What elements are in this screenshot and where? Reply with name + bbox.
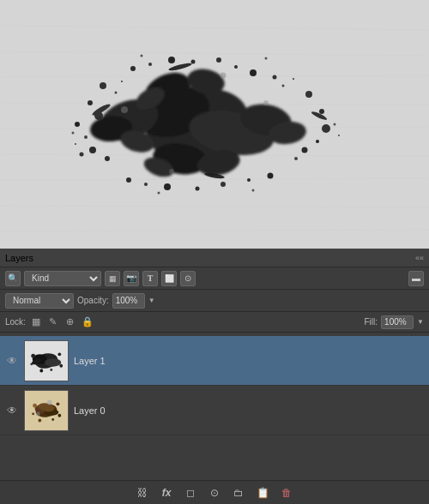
svg-point-68	[169, 169, 174, 174]
svg-point-92	[57, 413, 61, 417]
layer-0-thumbnail	[24, 390, 69, 431]
add-mask-btn[interactable]: ◻	[182, 484, 199, 501]
svg-point-39	[148, 63, 152, 66]
svg-point-35	[316, 140, 319, 143]
layers-list: 👁 Layer 1	[0, 333, 429, 439]
lock-label: Lock:	[5, 317, 26, 327]
visibility-toggle-layer0[interactable]: 👁	[5, 404, 19, 417]
svg-point-25	[88, 100, 93, 105]
fill-label: Fill:	[365, 317, 378, 327]
layer-item-1[interactable]: 👁 Layer 1	[0, 336, 429, 386]
svg-point-44	[250, 69, 257, 76]
checkerboard-icon[interactable]: ▦	[105, 271, 120, 286]
svg-point-55	[282, 85, 285, 87]
panel-collapse-btn[interactable]: ««	[415, 254, 424, 262]
svg-point-48	[164, 183, 171, 190]
svg-point-56	[293, 78, 294, 80]
adjustment-icon[interactable]: ⊙	[180, 271, 196, 286]
svg-point-60	[338, 135, 340, 136]
lock-image-btn[interactable]: ✎	[46, 315, 60, 329]
svg-point-29	[89, 147, 96, 153]
svg-point-67	[221, 73, 227, 79]
svg-point-77	[31, 353, 35, 357]
svg-point-66	[263, 100, 269, 105]
svg-point-80	[59, 363, 63, 367]
layer-0-name: Layer 0	[74, 405, 424, 416]
svg-point-52	[268, 173, 274, 179]
svg-point-57	[72, 132, 75, 135]
svg-point-36	[302, 147, 308, 153]
svg-point-53	[115, 92, 118, 94]
new-layer-btn[interactable]: 📋	[254, 484, 271, 501]
svg-point-31	[105, 156, 110, 161]
fill-input[interactable]	[381, 315, 414, 329]
svg-point-81	[39, 369, 43, 372]
shape-icon[interactable]: ⬜	[161, 271, 177, 286]
svg-point-46	[126, 177, 131, 183]
svg-point-95	[47, 399, 52, 405]
svg-point-62	[265, 57, 268, 60]
svg-point-94	[51, 418, 54, 421]
svg-point-76	[45, 358, 61, 367]
svg-point-50	[221, 182, 226, 187]
lock-row: Lock: ▦ ✎ ⊕ 🔒 Fill: ▼	[0, 312, 429, 333]
svg-point-82	[50, 369, 52, 371]
lock-transparency-btn[interactable]: ▦	[29, 315, 43, 329]
blend-mode-select[interactable]: Normal Dissolve Multiply Screen Overlay	[5, 293, 74, 309]
svg-point-27	[75, 122, 80, 127]
toolbar-row-blend: Normal Dissolve Multiply Screen Overlay …	[0, 290, 429, 312]
layer-item-0[interactable]: 👁	[0, 386, 429, 435]
layers-panel: Layers «« 🔍 Kind Name Effect Mode ▦ 📷 T …	[0, 249, 429, 504]
svg-point-65	[121, 106, 128, 113]
panel-controls: ««	[415, 254, 424, 262]
svg-point-91	[32, 412, 34, 415]
svg-point-61	[141, 55, 143, 57]
svg-point-54	[121, 81, 123, 82]
svg-point-64	[252, 189, 255, 192]
svg-point-40	[168, 57, 175, 63]
svg-point-24	[100, 82, 106, 89]
svg-point-32	[305, 91, 312, 98]
svg-point-34	[322, 124, 330, 133]
panel-title: Layers	[5, 253, 33, 263]
filter-icon[interactable]: ▬	[408, 271, 424, 286]
svg-point-58	[334, 123, 336, 126]
svg-point-47	[144, 183, 148, 186]
opacity-label: Opacity:	[77, 296, 109, 305]
visibility-toggle-layer1[interactable]: 👁	[5, 354, 19, 368]
kind-select[interactable]: Kind Name Effect Mode	[24, 271, 101, 286]
svg-point-41	[191, 60, 196, 64]
svg-point-38	[130, 66, 136, 71]
svg-point-45	[273, 75, 277, 80]
canvas-svg	[0, 0, 429, 249]
link-layers-btn[interactable]: ⛓	[134, 484, 151, 501]
delete-layer-btn[interactable]: 🗑	[278, 484, 295, 501]
lock-position-btn[interactable]: ⊕	[63, 315, 77, 329]
text-icon[interactable]: T	[142, 271, 158, 286]
layer-1-thumbnail	[24, 340, 69, 381]
svg-point-42	[216, 57, 221, 63]
canvas-image	[0, 0, 429, 249]
fx-btn[interactable]: fx	[158, 484, 175, 501]
adjustment-layer-btn[interactable]: ⊙	[206, 484, 223, 501]
svg-point-49	[196, 187, 200, 191]
svg-point-96	[36, 411, 40, 416]
fill-dropdown-arrow[interactable]: ▼	[417, 318, 424, 326]
svg-point-30	[80, 153, 84, 157]
opacity-input[interactable]	[112, 293, 145, 309]
svg-point-28	[84, 135, 88, 139]
new-group-btn[interactable]: 🗀	[230, 484, 247, 501]
svg-point-93	[38, 418, 41, 422]
lock-all-btn[interactable]: 🔒	[81, 315, 94, 329]
opacity-dropdown-arrow[interactable]: ▼	[148, 297, 155, 304]
svg-point-51	[247, 178, 251, 182]
panel-header: Layers ««	[0, 249, 429, 267]
svg-point-63	[158, 192, 160, 195]
camera-icon[interactable]: 📷	[124, 271, 139, 286]
layer-1-name: Layer 1	[74, 356, 424, 366]
toolbar-row-kind: 🔍 Kind Name Effect Mode ▦ 📷 T ⬜ ⊙ ▬	[0, 267, 429, 290]
svg-point-59	[75, 143, 76, 145]
svg-point-37	[294, 157, 298, 160]
svg-point-33	[319, 109, 324, 114]
svg-point-90	[57, 402, 60, 405]
